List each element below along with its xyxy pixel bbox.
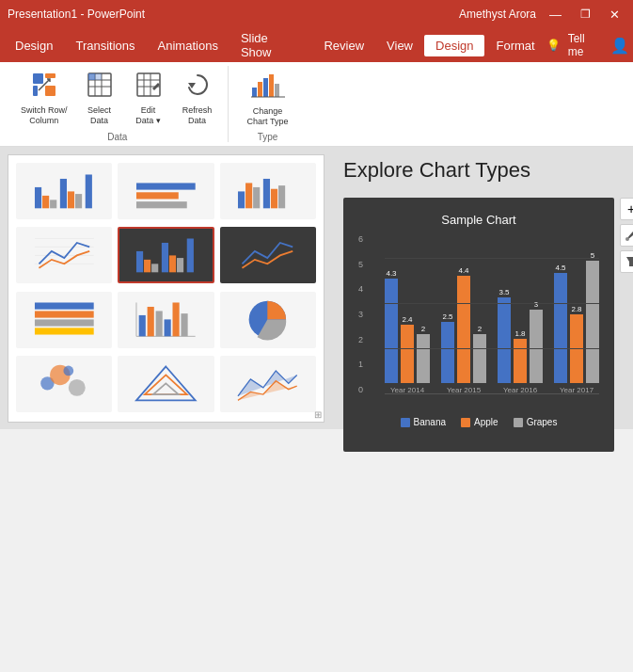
switch-row-column-button[interactable]: Switch Row/Column [15, 68, 73, 130]
svg-rect-29 [86, 174, 92, 208]
legend-banana: Banana [401, 417, 446, 427]
legend-banana-color [401, 418, 410, 427]
menu-view[interactable]: View [375, 35, 424, 56]
svg-rect-49 [187, 238, 194, 272]
svg-rect-31 [136, 192, 179, 199]
thumb-10[interactable] [16, 356, 112, 412]
svg-rect-23 [35, 187, 41, 208]
svg-rect-32 [136, 201, 187, 208]
svg-rect-38 [278, 185, 285, 208]
svg-rect-30 [136, 183, 196, 189]
tell-me-icon: 💡 [546, 39, 561, 52]
menu-animations[interactable]: Animations [147, 35, 229, 56]
svg-rect-33 [238, 191, 245, 208]
thumb-6[interactable] [220, 227, 316, 283]
change-chart-type-button[interactable]: ChangeChart Type [240, 68, 296, 130]
tell-me-label[interactable]: Tell me [568, 32, 603, 58]
switch-label: Switch Row/Column [21, 105, 68, 126]
menu-design-active[interactable]: Design [424, 35, 484, 56]
svg-rect-17 [252, 88, 257, 97]
thumb-12[interactable] [220, 356, 316, 412]
panel-resize-handle[interactable]: ⊞ [314, 409, 322, 420]
svg-rect-60 [173, 303, 180, 337]
refresh-icon [184, 72, 211, 104]
edit-data-button[interactable]: EditData ▾ [126, 68, 171, 130]
svg-rect-43 [136, 251, 143, 272]
minimize-btn[interactable]: — [544, 8, 567, 22]
svg-rect-35 [254, 187, 261, 208]
svg-rect-47 [169, 255, 176, 272]
svg-marker-71 [626, 257, 633, 266]
chart-tools: + [620, 198, 633, 273]
svg-point-70 [625, 237, 629, 241]
svg-rect-27 [68, 191, 74, 208]
menu-slideshow[interactable]: Slide Show [229, 27, 313, 63]
thumb-3[interactable] [220, 163, 316, 219]
svg-rect-9 [88, 73, 95, 80]
svg-rect-10 [95, 73, 102, 80]
svg-point-65 [69, 379, 86, 396]
menu-design[interactable]: Design [4, 35, 64, 56]
svg-rect-21 [275, 84, 279, 97]
thumb-2[interactable] [118, 163, 214, 219]
menu-bar: Design Transitions Animations Slide Show… [0, 28, 633, 62]
svg-marker-69 [153, 384, 179, 395]
menu-transitions[interactable]: Transitions [64, 35, 146, 56]
thumbnail-panel: ⊞ [8, 154, 324, 423]
chart-container: Sample Chart 0123456 [343, 198, 614, 452]
thumb-1[interactable] [16, 163, 112, 219]
brush-button[interactable] [620, 224, 633, 247]
select-data-button[interactable]: SelectData [77, 68, 122, 130]
ribbon-group-type: ChangeChart Type Type [232, 66, 304, 142]
menu-format[interactable]: Format [484, 35, 546, 56]
thumb-11[interactable] [118, 356, 214, 412]
svg-rect-36 [263, 179, 270, 208]
chart-inner: 0123456 [358, 234, 599, 413]
thumb-5[interactable] [118, 227, 214, 283]
svg-rect-2 [33, 86, 38, 96]
svg-rect-44 [144, 260, 150, 272]
svg-rect-20 [269, 74, 274, 97]
svg-rect-24 [42, 195, 49, 207]
svg-rect-45 [151, 264, 158, 272]
edit-data-icon [135, 72, 162, 104]
user-icon[interactable]: 👤 [610, 37, 629, 55]
filter-button[interactable] [620, 250, 633, 273]
content-area: ⊞ Explore Chart Types Sample Chart 01234… [0, 147, 633, 429]
svg-rect-48 [177, 258, 183, 272]
chart-outer: Sample Chart 0123456 [343, 198, 614, 452]
add-element-button[interactable]: + [620, 198, 633, 220]
select-data-icon [87, 72, 113, 104]
title-bar-user: Amethyst Arora [459, 8, 536, 21]
ribbon-group-data: Switch Row/Column SelectData [8, 66, 229, 142]
svg-rect-50 [35, 303, 94, 310]
thumb-4[interactable] [16, 227, 112, 283]
switch-icon [31, 72, 57, 104]
legend-grapes-color [514, 418, 523, 427]
svg-rect-34 [246, 183, 253, 208]
restore-btn[interactable]: ❐ [575, 8, 596, 21]
select-data-label: SelectData [87, 105, 111, 126]
menu-review[interactable]: Review [312, 35, 375, 56]
thumb-9[interactable] [220, 292, 316, 348]
svg-rect-59 [165, 319, 171, 336]
svg-rect-37 [271, 188, 277, 208]
legend-grapes-label: Grapes [527, 417, 558, 427]
ribbon-data-buttons: Switch Row/Column SelectData [15, 68, 220, 130]
slide-content-area: Explore Chart Types Sample Chart 0123456 [332, 154, 625, 422]
title-bar: Presentation1 - PowerPoint Amethyst Aror… [0, 0, 633, 28]
thumb-7[interactable] [16, 292, 112, 348]
refresh-data-button[interactable]: RefreshData [175, 68, 220, 130]
svg-rect-53 [35, 328, 94, 334]
legend-banana-label: Banana [414, 417, 446, 427]
close-btn[interactable]: ✕ [604, 8, 625, 22]
legend-apple-label: Apple [474, 417, 498, 427]
y-axis: 0123456 [358, 234, 363, 394]
thumb-8[interactable] [118, 292, 214, 348]
change-chart-type-label: ChangeChart Type [247, 106, 289, 127]
change-chart-type-icon [251, 71, 285, 104]
refresh-data-label: RefreshData [182, 105, 213, 126]
svg-rect-61 [182, 313, 188, 336]
svg-rect-28 [75, 194, 82, 208]
legend-apple-color [461, 418, 470, 427]
